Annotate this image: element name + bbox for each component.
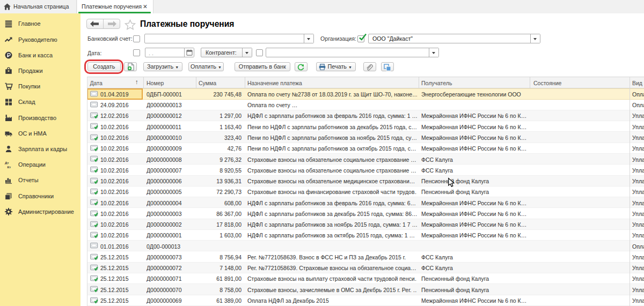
svg-text:Кт: Кт: [8, 165, 11, 169]
svg-text:Дт: Дт: [5, 161, 9, 165]
